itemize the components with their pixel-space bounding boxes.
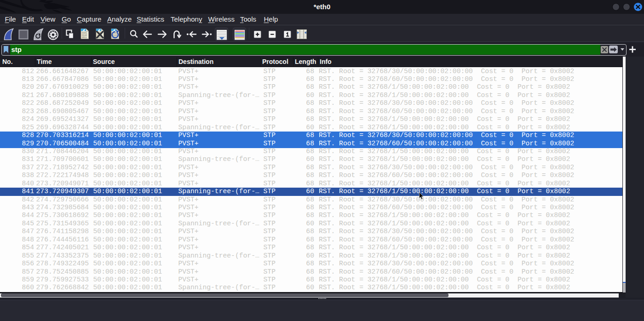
svg-text:0011: 0011 — [82, 36, 87, 39]
